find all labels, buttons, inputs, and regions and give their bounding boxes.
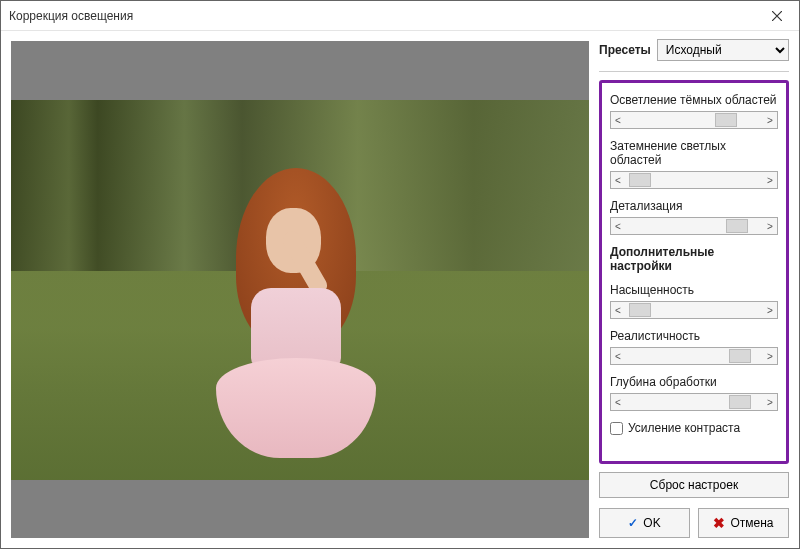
reset-button[interactable]: Сброс настроек: [599, 472, 789, 498]
close-icon: [772, 11, 782, 21]
ok-label: OK: [643, 516, 660, 530]
preset-row: Пресеты Исходный: [599, 39, 789, 61]
slider-label: Насыщенность: [610, 283, 778, 297]
checkbox-contrast[interactable]: Усиление контраста: [610, 421, 778, 435]
preview-image: [11, 100, 589, 480]
slider-track[interactable]: [625, 302, 763, 318]
slider-detail[interactable]: < >: [610, 217, 778, 235]
dialog-title: Коррекция освещения: [9, 9, 133, 23]
slider-label: Осветление тёмных областей: [610, 93, 778, 107]
slider-lighten-dark[interactable]: < >: [610, 111, 778, 129]
slider-thumb[interactable]: [629, 303, 651, 317]
cross-icon: ✖: [713, 515, 725, 531]
slider-arrow-left-icon[interactable]: <: [611, 348, 625, 364]
slider-label: Затемнение светлых областей: [610, 139, 778, 167]
slider-arrow-right-icon[interactable]: >: [763, 172, 777, 188]
slider-label: Реалистичность: [610, 329, 778, 343]
preset-label: Пресеты: [599, 43, 651, 57]
preset-select[interactable]: Исходный: [657, 39, 789, 61]
slider-track[interactable]: [625, 218, 763, 234]
cancel-label: Отмена: [730, 516, 773, 530]
settings-sidebar: Пресеты Исходный Осветление тёмных облас…: [589, 31, 799, 548]
settings-panel: Осветление тёмных областей < > Затемнени…: [599, 80, 789, 464]
slider-arrow-left-icon[interactable]: <: [611, 302, 625, 318]
divider: [599, 71, 789, 72]
contrast-checkbox[interactable]: [610, 422, 623, 435]
dialog-window: Коррекция освещения Пресеты: [0, 0, 800, 549]
preview-area: [11, 41, 589, 538]
setting-saturation: Насыщенность < >: [610, 283, 778, 319]
slider-track[interactable]: [625, 348, 763, 364]
dialog-body: Пресеты Исходный Осветление тёмных облас…: [1, 31, 799, 548]
slider-arrow-right-icon[interactable]: >: [763, 112, 777, 128]
slider-arrow-right-icon[interactable]: >: [763, 302, 777, 318]
setting-detail: Детализация < >: [610, 199, 778, 235]
slider-realism[interactable]: < >: [610, 347, 778, 365]
slider-arrow-left-icon[interactable]: <: [611, 112, 625, 128]
slider-arrow-right-icon[interactable]: >: [763, 348, 777, 364]
slider-track[interactable]: [625, 172, 763, 188]
slider-thumb[interactable]: [726, 219, 748, 233]
contrast-label: Усиление контраста: [628, 421, 740, 435]
ok-button[interactable]: ✓ OK: [599, 508, 690, 538]
slider-thumb[interactable]: [629, 173, 651, 187]
titlebar: Коррекция освещения: [1, 1, 799, 31]
setting-realism: Реалистичность < >: [610, 329, 778, 365]
slider-thumb[interactable]: [715, 113, 737, 127]
slider-darken-light[interactable]: < >: [610, 171, 778, 189]
slider-track[interactable]: [625, 394, 763, 410]
setting-darken-light: Затемнение светлых областей < >: [610, 139, 778, 189]
section-header: Дополнительные настройки: [610, 245, 778, 273]
slider-arrow-left-icon[interactable]: <: [611, 172, 625, 188]
slider-depth[interactable]: < >: [610, 393, 778, 411]
slider-thumb[interactable]: [729, 349, 751, 363]
slider-arrow-left-icon[interactable]: <: [611, 394, 625, 410]
slider-label: Детализация: [610, 199, 778, 213]
slider-saturation[interactable]: < >: [610, 301, 778, 319]
cancel-button[interactable]: ✖ Отмена: [698, 508, 789, 538]
close-button[interactable]: [755, 1, 799, 31]
slider-arrow-right-icon[interactable]: >: [763, 218, 777, 234]
check-icon: ✓: [628, 516, 638, 530]
slider-label: Глубина обработки: [610, 375, 778, 389]
slider-track[interactable]: [625, 112, 763, 128]
slider-thumb[interactable]: [729, 395, 751, 409]
slider-arrow-right-icon[interactable]: >: [763, 394, 777, 410]
slider-arrow-left-icon[interactable]: <: [611, 218, 625, 234]
button-row: ✓ OK ✖ Отмена: [599, 508, 789, 538]
setting-lighten-dark: Осветление тёмных областей < >: [610, 93, 778, 129]
setting-depth: Глубина обработки < >: [610, 375, 778, 411]
